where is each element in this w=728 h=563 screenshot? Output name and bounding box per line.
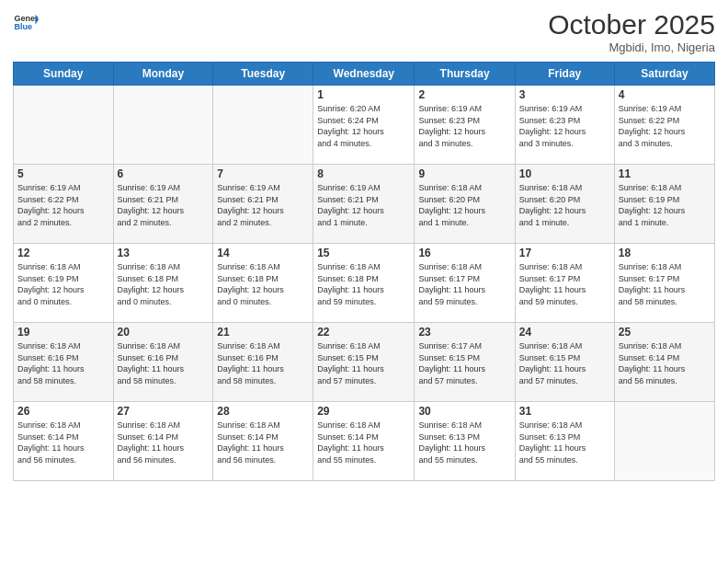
day-cell: 11Sunrise: 6:18 AM Sunset: 6:19 PM Dayli…	[614, 165, 714, 244]
day-number: 8	[317, 167, 410, 180]
day-number: 19	[17, 326, 109, 339]
day-cell	[113, 86, 213, 165]
day-info: Sunrise: 6:18 AM Sunset: 6:15 PM Dayligh…	[317, 340, 410, 386]
header-tuesday: Tuesday	[213, 63, 313, 86]
day-number: 27	[118, 405, 210, 418]
day-number: 30	[418, 405, 510, 418]
day-cell: 29Sunrise: 6:18 AM Sunset: 6:14 PM Dayli…	[313, 402, 415, 481]
day-number: 14	[217, 247, 309, 259]
day-number: 6	[118, 167, 210, 180]
svg-text:Blue: Blue	[14, 22, 32, 31]
day-info: Sunrise: 6:18 AM Sunset: 6:19 PM Dayligh…	[619, 182, 711, 228]
day-cell: 17Sunrise: 6:18 AM Sunset: 6:17 PM Dayli…	[515, 244, 614, 323]
day-number: 18	[619, 247, 711, 259]
day-info: Sunrise: 6:17 AM Sunset: 6:15 PM Dayligh…	[418, 340, 510, 386]
svg-text:General: General	[14, 14, 39, 23]
day-number: 4	[619, 88, 711, 101]
day-number: 23	[418, 326, 510, 339]
day-cell: 2Sunrise: 6:19 AM Sunset: 6:23 PM Daylig…	[415, 86, 515, 165]
page: General Blue October 2025 Mgbidi, Imo, N…	[0, 0, 728, 563]
day-cell	[213, 86, 313, 165]
header-thursday: Thursday	[415, 63, 515, 86]
day-cell: 22Sunrise: 6:18 AM Sunset: 6:15 PM Dayli…	[313, 323, 415, 402]
day-info: Sunrise: 6:18 AM Sunset: 6:16 PM Dayligh…	[17, 340, 109, 386]
day-info: Sunrise: 6:18 AM Sunset: 6:18 PM Dayligh…	[317, 261, 410, 307]
day-info: Sunrise: 6:18 AM Sunset: 6:20 PM Dayligh…	[418, 182, 510, 228]
day-cell: 6Sunrise: 6:19 AM Sunset: 6:21 PM Daylig…	[113, 165, 213, 244]
day-info: Sunrise: 6:18 AM Sunset: 6:14 PM Dayligh…	[17, 419, 109, 465]
day-number: 13	[118, 247, 210, 259]
logo: General Blue	[13, 9, 39, 35]
day-number: 5	[17, 167, 109, 180]
day-cell: 20Sunrise: 6:18 AM Sunset: 6:16 PM Dayli…	[113, 323, 213, 402]
day-info: Sunrise: 6:18 AM Sunset: 6:16 PM Dayligh…	[118, 340, 210, 386]
day-cell: 14Sunrise: 6:18 AM Sunset: 6:18 PM Dayli…	[213, 244, 313, 323]
week-row-2: 5Sunrise: 6:19 AM Sunset: 6:22 PM Daylig…	[14, 165, 715, 244]
day-number: 31	[519, 405, 610, 418]
day-cell: 7Sunrise: 6:19 AM Sunset: 6:21 PM Daylig…	[213, 165, 313, 244]
day-number: 17	[519, 247, 610, 259]
day-number: 24	[519, 326, 610, 339]
day-cell: 3Sunrise: 6:19 AM Sunset: 6:23 PM Daylig…	[515, 86, 614, 165]
day-cell: 18Sunrise: 6:18 AM Sunset: 6:17 PM Dayli…	[614, 244, 714, 323]
day-cell: 15Sunrise: 6:18 AM Sunset: 6:18 PM Dayli…	[313, 244, 415, 323]
day-cell: 13Sunrise: 6:18 AM Sunset: 6:18 PM Dayli…	[113, 244, 213, 323]
day-cell: 16Sunrise: 6:18 AM Sunset: 6:17 PM Dayli…	[415, 244, 515, 323]
day-cell: 24Sunrise: 6:18 AM Sunset: 6:15 PM Dayli…	[515, 323, 614, 402]
day-info: Sunrise: 6:19 AM Sunset: 6:21 PM Dayligh…	[217, 182, 309, 228]
day-info: Sunrise: 6:18 AM Sunset: 6:14 PM Dayligh…	[317, 419, 410, 465]
day-cell: 28Sunrise: 6:18 AM Sunset: 6:14 PM Dayli…	[213, 402, 313, 481]
day-cell: 25Sunrise: 6:18 AM Sunset: 6:14 PM Dayli…	[614, 323, 714, 402]
day-number: 29	[317, 405, 410, 418]
day-cell	[14, 86, 114, 165]
day-cell: 21Sunrise: 6:18 AM Sunset: 6:16 PM Dayli…	[213, 323, 313, 402]
day-cell: 27Sunrise: 6:18 AM Sunset: 6:14 PM Dayli…	[113, 402, 213, 481]
day-info: Sunrise: 6:18 AM Sunset: 6:18 PM Dayligh…	[118, 261, 210, 307]
day-info: Sunrise: 6:20 AM Sunset: 6:24 PM Dayligh…	[317, 103, 410, 149]
day-cell: 12Sunrise: 6:18 AM Sunset: 6:19 PM Dayli…	[14, 244, 114, 323]
day-info: Sunrise: 6:18 AM Sunset: 6:18 PM Dayligh…	[217, 261, 309, 307]
day-info: Sunrise: 6:19 AM Sunset: 6:21 PM Dayligh…	[317, 182, 410, 228]
day-number: 28	[217, 405, 309, 418]
day-number: 22	[317, 326, 410, 339]
day-info: Sunrise: 6:19 AM Sunset: 6:23 PM Dayligh…	[519, 103, 610, 149]
header: General Blue October 2025 Mgbidi, Imo, N…	[13, 9, 715, 54]
day-cell: 1Sunrise: 6:20 AM Sunset: 6:24 PM Daylig…	[313, 86, 415, 165]
day-number: 21	[217, 326, 309, 339]
day-number: 12	[17, 247, 109, 259]
month-title: October 2025	[548, 9, 715, 40]
day-cell: 8Sunrise: 6:19 AM Sunset: 6:21 PM Daylig…	[313, 165, 415, 244]
day-cell: 23Sunrise: 6:17 AM Sunset: 6:15 PM Dayli…	[415, 323, 515, 402]
day-cell	[614, 402, 714, 481]
week-row-5: 26Sunrise: 6:18 AM Sunset: 6:14 PM Dayli…	[14, 402, 715, 481]
day-number: 2	[418, 88, 510, 101]
header-sunday: Sunday	[14, 63, 114, 86]
day-info: Sunrise: 6:19 AM Sunset: 6:22 PM Dayligh…	[619, 103, 711, 149]
day-number: 15	[317, 247, 410, 259]
day-info: Sunrise: 6:18 AM Sunset: 6:14 PM Dayligh…	[619, 340, 711, 386]
day-info: Sunrise: 6:18 AM Sunset: 6:17 PM Dayligh…	[619, 261, 711, 307]
day-info: Sunrise: 6:19 AM Sunset: 6:21 PM Dayligh…	[118, 182, 210, 228]
header-wednesday: Wednesday	[313, 63, 415, 86]
location: Mgbidi, Imo, Nigeria	[548, 40, 715, 54]
title-block: October 2025 Mgbidi, Imo, Nigeria	[548, 9, 715, 54]
day-cell: 26Sunrise: 6:18 AM Sunset: 6:14 PM Dayli…	[14, 402, 114, 481]
day-info: Sunrise: 6:18 AM Sunset: 6:17 PM Dayligh…	[418, 261, 510, 307]
day-cell: 9Sunrise: 6:18 AM Sunset: 6:20 PM Daylig…	[415, 165, 515, 244]
day-number: 1	[317, 88, 410, 101]
day-number: 11	[619, 167, 711, 180]
day-cell: 19Sunrise: 6:18 AM Sunset: 6:16 PM Dayli…	[14, 323, 114, 402]
day-number: 20	[118, 326, 210, 339]
day-info: Sunrise: 6:19 AM Sunset: 6:23 PM Dayligh…	[418, 103, 510, 149]
day-number: 10	[519, 167, 610, 180]
day-number: 26	[17, 405, 109, 418]
day-info: Sunrise: 6:18 AM Sunset: 6:15 PM Dayligh…	[519, 340, 610, 386]
day-cell: 30Sunrise: 6:18 AM Sunset: 6:13 PM Dayli…	[415, 402, 515, 481]
logo-icon: General Blue	[13, 9, 39, 35]
day-number: 25	[619, 326, 711, 339]
header-saturday: Saturday	[614, 63, 714, 86]
day-info: Sunrise: 6:18 AM Sunset: 6:13 PM Dayligh…	[519, 419, 610, 465]
week-row-4: 19Sunrise: 6:18 AM Sunset: 6:16 PM Dayli…	[14, 323, 715, 402]
day-info: Sunrise: 6:18 AM Sunset: 6:20 PM Dayligh…	[519, 182, 610, 228]
day-number: 16	[418, 247, 510, 259]
